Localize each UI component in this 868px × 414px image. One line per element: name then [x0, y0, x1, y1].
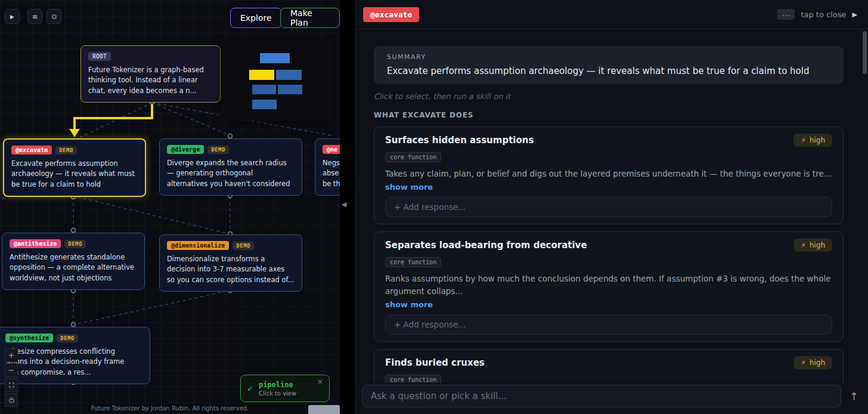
panel-header: @excavate … tap to close ▶: [355, 0, 868, 29]
node-text: Antithesize generates standalone opposit…: [10, 252, 137, 283]
section-title: WHAT EXCAVATE DOES: [374, 111, 844, 119]
add-response-input[interactable]: + Add response...: [385, 197, 832, 217]
selection-hint: Click to select, then run a skill on it: [374, 92, 844, 101]
demo-badge: DEMO: [55, 146, 77, 155]
scrollbar-thumb[interactable]: [863, 31, 867, 74]
minimap-node: [252, 85, 276, 94]
attribution-badge[interactable]: [308, 405, 340, 414]
frame-icon: [51, 14, 57, 20]
card-body: Takes any claim, plan, or belief and dig…: [385, 168, 832, 180]
minimap-node: [276, 70, 302, 80]
node-excavate[interactable]: @excavate DEMO Excavate performs assumpt…: [3, 138, 146, 197]
node-text: Negs abse be th: [323, 158, 340, 189]
core-function-tag: core function: [385, 257, 441, 267]
more-icon[interactable]: …: [777, 9, 795, 20]
node-diverge[interactable]: @diverge DEMO Diverge expands the search…: [159, 138, 302, 196]
node-antithesize[interactable]: @antithesize DEMO Antithesize generates …: [2, 233, 145, 290]
node-badge: @excavate: [11, 146, 52, 155]
zoom-controls: + −: [5, 348, 18, 407]
priority-badge: ⚡ high: [793, 239, 832, 252]
zoom-in-icon: +: [8, 351, 15, 360]
node-negspace-clipped[interactable]: @ne Negs abse be th: [315, 138, 340, 196]
toast-subtitle: Click to view: [259, 390, 296, 397]
priority-badge: ⚡ high: [793, 356, 832, 369]
summary-card: SUMMARY Excavate performs assumption arc…: [374, 46, 844, 84]
detail-panel: @excavate … tap to close ▶ SUMMARY Excav…: [355, 0, 868, 414]
selected-edge-arrowhead: [69, 129, 80, 137]
toast-close-icon[interactable]: ×: [317, 378, 323, 386]
node-synthesize-clipped[interactable]: @synthesize DEMO nthesize compresses con…: [0, 327, 150, 384]
menu-icon: ≡: [32, 13, 38, 21]
node-root[interactable]: ROOT Future Tokenizer is a graph-based t…: [80, 45, 221, 103]
frame-button[interactable]: [46, 9, 61, 24]
node-badge: @antithesize: [10, 239, 61, 248]
close-panel-control[interactable]: … tap to close ▶: [777, 9, 857, 20]
node-text: Diverge expands the search radius — gene…: [167, 158, 294, 189]
node-badge: @synthesize: [5, 333, 53, 342]
summary-text: Excavate performs assumption archaeology…: [387, 66, 830, 76]
collapse-handle-icon[interactable]: ◀: [342, 200, 346, 208]
make-plan-button[interactable]: Make Plan: [280, 8, 340, 28]
bolt-icon: ⚡: [801, 136, 805, 144]
skill-chip-excavate[interactable]: @excavate: [363, 7, 419, 22]
add-response-input[interactable]: + Add response...: [385, 314, 832, 335]
selected-edge: [75, 103, 152, 130]
explore-button[interactable]: Explore: [230, 8, 282, 28]
demo-badge: DEMO: [232, 242, 254, 250]
graph-canvas[interactable]: ▶ ≡ Explore Make Plan ROOT Future Tokeni…: [0, 0, 340, 414]
send-icon[interactable]: ↑: [850, 390, 858, 403]
bolt-icon: ⚡: [801, 241, 805, 249]
show-more-link[interactable]: show more: [385, 183, 832, 191]
check-icon: ✓: [247, 384, 253, 393]
lock-icon: [8, 397, 15, 403]
demo-badge: DEMO: [57, 334, 78, 342]
priority-badge: ⚡ high: [793, 134, 832, 147]
priority-label: high: [810, 136, 825, 144]
menu-button[interactable]: ≡: [27, 9, 42, 24]
skill-card-separates-load-bearing: Separates load-bearing from decorative ⚡…: [374, 231, 844, 342]
pipeline-toast[interactable]: ✓ pipeline Click to view ×: [240, 375, 330, 402]
priority-label: high: [810, 241, 825, 249]
root-badge: ROOT: [88, 52, 111, 61]
demo-badge: DEMO: [64, 240, 86, 248]
minimap-node: [260, 53, 290, 63]
node-text: nthesize compresses conflicting sitions …: [5, 347, 142, 378]
play-icon: ▶: [10, 14, 14, 20]
panel-content: SUMMARY Excavate performs assumption arc…: [355, 29, 868, 414]
card-body: Ranks assumptions by how much the conclu…: [385, 273, 832, 297]
explore-label: Explore: [240, 13, 272, 23]
composer-bar: ↑: [355, 383, 868, 414]
core-function-tag: core function: [385, 152, 441, 162]
card-title: Separates load-bearing from decorative: [385, 240, 587, 251]
card-title: Finds buried cruxes: [385, 357, 485, 368]
card-title: Surfaces hidden assumptions: [385, 135, 534, 146]
zoom-out-icon: −: [8, 366, 15, 375]
make-plan-label: Make Plan: [290, 8, 330, 27]
zoom-out-button[interactable]: −: [5, 363, 18, 377]
priority-label: high: [810, 359, 825, 367]
summary-label: SUMMARY: [387, 53, 830, 61]
fullscreen-icon: [8, 382, 15, 388]
node-text: Excavate performs assumption archaeology…: [11, 159, 138, 190]
bolt-icon: ⚡: [801, 359, 805, 367]
toast-title: pipeline: [259, 381, 296, 389]
ask-question-input[interactable]: [362, 385, 841, 407]
minimap-node-selected: [249, 70, 274, 80]
demo-badge: DEMO: [207, 146, 229, 154]
node-badge: @dimensionalize: [167, 241, 229, 250]
tap-to-close-label: tap to close: [801, 10, 846, 19]
minimap-node: [278, 85, 302, 94]
root-text: Future Tokenizer is a graph-based thinki…: [88, 65, 213, 96]
skill-card-surfaces-hidden-assumptions: Surfaces hidden assumptions ⚡ high core …: [374, 126, 844, 224]
app-root: ▶ ≡ Explore Make Plan ROOT Future Tokeni…: [0, 0, 868, 414]
show-more-link[interactable]: show more: [385, 300, 832, 309]
copyright-text: Future Tokenizer by Jordan Rubin. All ri…: [0, 405, 340, 412]
zoom-in-button[interactable]: +: [5, 348, 18, 362]
play-button[interactable]: ▶: [5, 9, 20, 24]
panel-close-icon: ▶: [852, 11, 857, 18]
fit-view-button[interactable]: [5, 378, 18, 392]
node-dimensionalize[interactable]: @dimensionalize DEMO Dimensionalize tran…: [159, 234, 302, 292]
node-text: Dimensionalize transforms a decision int…: [167, 254, 294, 285]
minimap[interactable]: [222, 41, 331, 120]
panel-divider: ◀: [340, 0, 355, 414]
